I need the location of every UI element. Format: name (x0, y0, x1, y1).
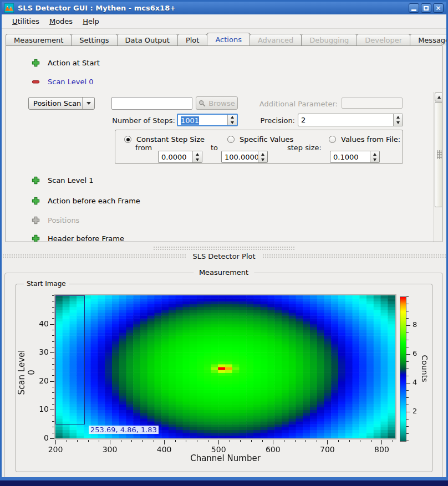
tab-debugging[interactable]: Debugging (301, 34, 357, 45)
spin-buttons[interactable] (227, 115, 237, 125)
close-icon: ✕ (435, 5, 441, 12)
action-item-scan-level-0[interactable]: Scan Level 0 (32, 77, 93, 86)
y-minor-tick (52, 427, 54, 427)
radio-specific-values[interactable]: Specific Values (227, 135, 293, 144)
radio-dot-icon[interactable] (124, 136, 131, 143)
menu-modes[interactable]: Modes (44, 16, 78, 27)
minimize-button[interactable] (409, 3, 419, 13)
from-spinbox[interactable]: 0.0000 (158, 151, 202, 163)
action-item-header-before-frame[interactable]: Header before Frame (32, 234, 124, 242)
number-of-steps-spinbox[interactable]: 1001 (177, 114, 238, 126)
radio-values-from-file-[interactable]: Values from File: (329, 135, 400, 144)
spin-up-icon[interactable] (394, 114, 403, 120)
spin-buttons[interactable] (192, 151, 202, 162)
mountains-logo-icon (4, 3, 14, 13)
x-minor-tick (262, 440, 263, 442)
x-major-tick (164, 440, 165, 444)
tab-actions[interactable]: Actions (207, 33, 250, 45)
combo-dropdown-button[interactable] (82, 98, 94, 109)
spin-buttons[interactable] (393, 114, 403, 126)
spin-down-icon[interactable] (394, 120, 403, 126)
action-item-label: Action before each Frame (48, 197, 140, 205)
cbar-minor-tick (406, 347, 409, 347)
dock-texture (262, 254, 448, 259)
scroll-up-button[interactable] (435, 93, 442, 101)
spin-down-icon[interactable] (228, 120, 237, 126)
title-bar[interactable]: SLS Detector GUI : Mythen - mcs6x18+ ✕ (2, 2, 446, 14)
cbar-minor-tick (406, 405, 409, 405)
scan-script-input[interactable] (111, 97, 192, 110)
cbar-minor-tick (406, 304, 409, 304)
radio-dot-icon[interactable] (329, 136, 336, 143)
plus-green-icon[interactable] (32, 234, 40, 243)
x-minor-tick (67, 440, 67, 442)
tab-messages[interactable]: Messages (410, 34, 448, 45)
y-major-tick (50, 381, 54, 382)
menu-utilities[interactable]: Utilities (7, 16, 44, 27)
grip-dots-icon (437, 150, 442, 159)
precision-label: Precision: (253, 116, 295, 125)
x-minor-tick (230, 440, 230, 442)
cbar-minor-tick (406, 390, 409, 391)
chevron-down-icon (86, 102, 91, 105)
action-item-scan-level-1[interactable]: Scan Level 1 (32, 176, 93, 185)
vertical-scrollbar[interactable] (434, 92, 442, 242)
cbar-minor-tick (406, 426, 409, 427)
maximize-icon (424, 6, 429, 11)
action-item-action-before-each-frame[interactable]: Action before each Frame (32, 196, 140, 205)
tab-settings[interactable]: Settings (71, 34, 117, 45)
close-button[interactable]: ✕ (433, 3, 444, 13)
spin-down-icon[interactable] (258, 157, 267, 162)
spin-up-icon[interactable] (193, 151, 202, 157)
action-item-positions[interactable]: Positions (32, 216, 79, 224)
tab-plot[interactable]: Plot (177, 34, 208, 45)
spin-down-icon[interactable] (370, 157, 379, 162)
tab-data-output[interactable]: Data Output (117, 34, 178, 45)
plus-green-icon[interactable] (32, 176, 40, 185)
tab-measurement[interactable]: Measurement (6, 34, 72, 45)
x-minor-tick (371, 440, 371, 442)
heatmap-plot[interactable] (55, 295, 395, 438)
x-major-tick (327, 440, 328, 444)
spin-buttons[interactable] (258, 151, 267, 162)
plus-gray-icon[interactable] (32, 216, 40, 224)
precision-spinbox[interactable]: 2 (298, 114, 403, 126)
number-of-steps-value: 1001 (181, 116, 199, 125)
spin-buttons[interactable] (370, 151, 379, 162)
x-tick-label: 700 (316, 445, 338, 454)
maximize-button[interactable] (421, 3, 431, 13)
menu-help[interactable]: Help (78, 16, 104, 27)
step-size-spinbox[interactable]: 0.1000 (330, 151, 380, 163)
radio-dot-icon[interactable] (227, 136, 235, 143)
x-minor-tick (208, 440, 208, 442)
spin-up-icon[interactable] (258, 151, 267, 157)
y-minor-tick (52, 335, 54, 336)
step-size-value: 0.1000 (330, 151, 370, 162)
spin-down-icon[interactable] (193, 157, 202, 162)
tab-developer[interactable]: Developer (357, 34, 410, 45)
action-item-label: Scan Level 0 (48, 78, 93, 86)
y-minor-tick (52, 370, 54, 370)
spin-up-icon[interactable] (370, 151, 379, 157)
y-minor-tick (52, 421, 54, 422)
spin-up-icon[interactable] (228, 115, 237, 120)
application-window: SLS Detector GUI : Mythen - mcs6x18+ ✕ U… (0, 0, 448, 486)
scan-mode-combobox[interactable]: Position Scan (28, 97, 95, 110)
tab-advanced[interactable]: Advanced (250, 34, 302, 45)
y-minor-tick (52, 433, 54, 433)
minus-red-icon[interactable] (32, 78, 40, 86)
y-tick-label: 10 (27, 405, 49, 413)
additional-parameter-input[interactable] (342, 98, 403, 109)
scrollbar-thumb[interactable] (435, 102, 442, 207)
to-spinbox[interactable]: 100.0000 (221, 151, 268, 163)
radio-constant-step-size[interactable]: Constant Step Size (124, 135, 205, 144)
plus-green-icon[interactable] (32, 59, 40, 67)
arrow-up-icon (435, 96, 442, 99)
browse-button[interactable]: Browse (196, 96, 238, 110)
action-item-action-at-start[interactable]: Action at Start (32, 58, 100, 67)
plus-green-icon[interactable] (32, 197, 40, 205)
plot-dock-titlebar[interactable]: SLS Detector Plot (0, 252, 448, 260)
splitter-handle[interactable] (153, 246, 295, 250)
y-minor-tick (52, 392, 54, 393)
y-minor-tick (52, 375, 54, 376)
